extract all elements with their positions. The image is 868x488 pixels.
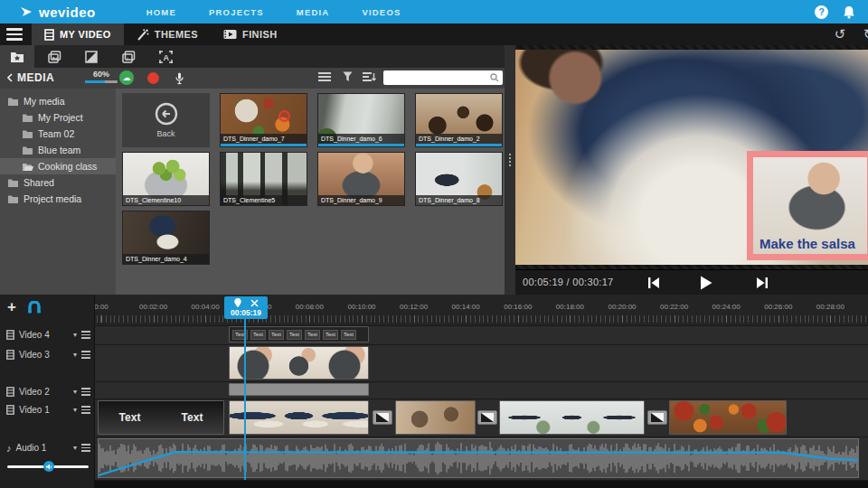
track-header-video-3[interactable]: Video 3 ▾	[0, 347, 95, 362]
list-view-icon[interactable]	[318, 71, 331, 82]
lane-video-3[interactable]	[95, 344, 868, 381]
folder-item-my-media[interactable]: My media	[0, 93, 116, 109]
wevideo-logo[interactable]: wevideo	[20, 5, 96, 20]
cloud-upload-icon[interactable]: ☁	[119, 70, 134, 85]
record-icon[interactable]	[146, 70, 161, 86]
transition-icon[interactable]	[647, 410, 667, 425]
transition-icon[interactable]	[477, 410, 497, 425]
folder-item-cooking-class[interactable]: Cooking class	[0, 158, 116, 174]
tab-themes[interactable]: THEMES	[124, 23, 211, 45]
text-chip[interactable]: Text	[269, 330, 284, 340]
clip-video1-denim[interactable]	[229, 400, 369, 435]
search-input[interactable]	[387, 70, 486, 85]
lane-video-2[interactable]	[95, 381, 868, 399]
play-button[interactable]	[696, 274, 716, 292]
media-tile-label: DTS_Dinner_damo_7	[221, 134, 307, 144]
notifications-bell-icon[interactable]	[843, 5, 855, 19]
panel-tab-text[interactable]: A	[148, 45, 183, 68]
track-header-video-2[interactable]: Video 2 ▾	[0, 384, 95, 399]
audio-volume-slider[interactable]	[7, 461, 89, 472]
media-tile-DTS_Dinner_damo_8[interactable]: DTS_Dinner_damo_8	[415, 152, 503, 206]
clip-title-text[interactable]: Text Text	[98, 400, 224, 435]
text-chip[interactable]: Text	[305, 330, 320, 340]
panel-tab-media[interactable]	[0, 45, 34, 68]
sort-icon[interactable]	[363, 71, 376, 82]
clip-video3-pestle[interactable]	[229, 346, 369, 380]
timeline-ruler[interactable]: 0:0000:02:0000:04:0000:06:0000:08:0000:1…	[95, 295, 868, 324]
filter-icon[interactable]	[343, 71, 353, 82]
track-menu-icon[interactable]	[81, 444, 90, 452]
track-header-video-1[interactable]: Video 1 ▾	[0, 402, 95, 418]
media-tile-DTS_Dinner_damo_2[interactable]: DTS_Dinner_damo_2	[415, 93, 503, 147]
add-track-button[interactable]: +	[7, 298, 16, 316]
track-menu-icon[interactable]	[81, 351, 90, 359]
track-header-audio-1[interactable]: ♪ Audio 1 ▾	[0, 440, 95, 455]
previous-frame-button[interactable]	[644, 274, 664, 292]
clip-video1-counter[interactable]	[499, 400, 645, 435]
folder-item-blue-team[interactable]: Blue team	[0, 142, 116, 158]
clip-video1-kitchen[interactable]	[395, 400, 476, 435]
undo-button[interactable]: ↺	[832, 26, 848, 42]
folder-item-project-media[interactable]: Project media	[0, 191, 116, 207]
media-tile-DTS_Clementine10[interactable]: DTS_Clementine10	[122, 152, 210, 206]
lane-video-4[interactable]	[95, 325, 868, 344]
panel-resize-handle[interactable]	[505, 45, 515, 298]
text-chip[interactable]: Text	[250, 330, 266, 340]
track-menu-icon[interactable]	[81, 388, 90, 396]
preview-video-frame[interactable]: Make the salsa	[515, 50, 868, 265]
panel-tab-transitions[interactable]	[74, 45, 108, 68]
playhead-chip[interactable]: 00:05:19	[224, 296, 268, 319]
track-caret-icon[interactable]: ▾	[73, 406, 77, 414]
text-chip[interactable]: Text	[323, 330, 338, 340]
track-caret-icon[interactable]: ▾	[73, 388, 77, 396]
media-tile-DTS_Dinner_damo_9[interactable]: DTS_Dinner_damo_9	[317, 152, 405, 206]
playhead-line[interactable]	[244, 319, 246, 480]
main-menu-icon[interactable]	[0, 23, 29, 45]
redo-button[interactable]: ↻	[861, 26, 868, 42]
transition-icon[interactable]	[373, 410, 392, 425]
top-navigation: HOMEPROJECTSMEDIAVIDEOS	[146, 7, 401, 17]
media-tile-DTS_Clementine5[interactable]: DTS_Clementine5	[220, 152, 307, 206]
back-button[interactable]: Back	[122, 93, 210, 147]
panel-tab-stock[interactable]	[37, 45, 71, 68]
pip-overlay-card[interactable]: Make the salsa	[747, 151, 868, 260]
text-chip[interactable]: Text	[341, 330, 356, 340]
text-chip[interactable]: Text	[287, 330, 302, 340]
folder-item-shared[interactable]: Shared	[0, 174, 116, 191]
track-menu-icon[interactable]	[81, 406, 90, 414]
nav-item-home[interactable]: HOME	[146, 7, 176, 17]
title-text-label: Text	[119, 411, 141, 424]
nav-item-media[interactable]: MEDIA	[297, 7, 330, 17]
track-caret-icon[interactable]: ▾	[73, 444, 77, 452]
clip-video2-plain[interactable]	[229, 383, 369, 396]
clip-audio-waveform[interactable]	[98, 438, 859, 478]
split-scissors-icon	[250, 299, 259, 307]
track-caret-icon[interactable]: ▾	[73, 351, 77, 359]
tab-finish[interactable]: FINISH	[211, 23, 289, 45]
track-caret-icon[interactable]: ▾	[73, 331, 77, 339]
clip-video1-salad[interactable]	[669, 400, 787, 435]
track-header-video-4[interactable]: Video 4 ▾	[0, 327, 95, 343]
microphone-icon[interactable]	[172, 70, 187, 86]
nav-item-videos[interactable]: VIDEOS	[362, 7, 401, 17]
media-tile-DTS_Dinner_damo_4[interactable]: DTS_Dinner_damo_4	[122, 211, 210, 265]
track-menu-icon[interactable]	[81, 331, 90, 339]
next-frame-button[interactable]	[752, 274, 772, 292]
snap-magnet-icon[interactable]	[27, 301, 42, 314]
nav-item-projects[interactable]: PROJECTS	[209, 7, 264, 17]
media-back-title[interactable]: MEDIA	[7, 71, 54, 84]
stock-media-icon	[48, 51, 61, 63]
tab-my-video[interactable]: MY VIDEO	[32, 23, 124, 45]
folder-icon	[7, 194, 19, 204]
search-icon[interactable]	[490, 73, 499, 82]
panel-tab-audio[interactable]: ♪	[111, 45, 146, 68]
upload-progress: 60%	[85, 70, 118, 83]
folder-item-team-02[interactable]: Team 02	[0, 126, 116, 142]
help-icon[interactable]: ?	[815, 5, 828, 19]
media-tile-DTS_Dinner_damo_6[interactable]: DTS_Dinner_damo_6	[317, 93, 405, 147]
volume-handle[interactable]	[43, 461, 54, 472]
folder-item-my-project[interactable]: My Project	[0, 109, 116, 126]
clip-text-sequence[interactable]: TextTextTextTextTextTextText	[229, 326, 369, 343]
media-tile-DTS_Dinner_damo_7[interactable]: DTS_Dinner_damo_7	[220, 93, 307, 147]
folder-icon	[22, 129, 33, 139]
